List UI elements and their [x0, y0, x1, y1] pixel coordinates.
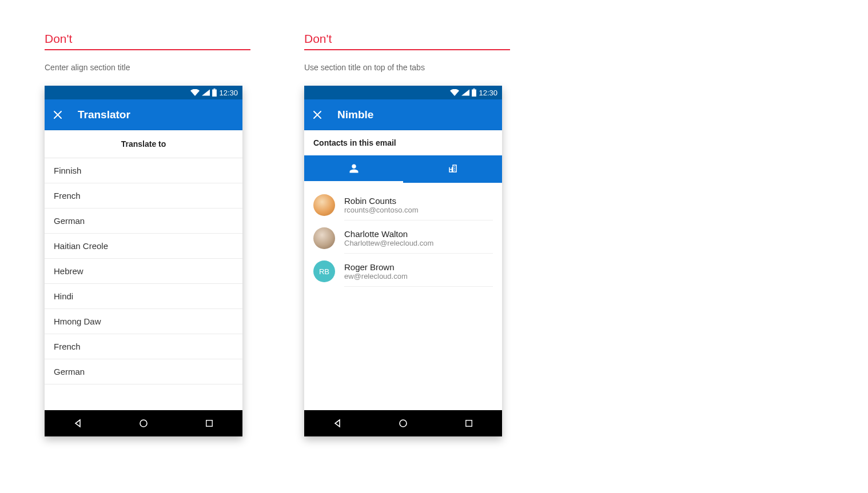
tab-people[interactable] [304, 155, 403, 183]
close-icon[interactable] [53, 110, 63, 120]
example-dont-centered: Don't Center align section title 12:30 T… [45, 32, 250, 436]
language-item[interactable]: Hindi [45, 284, 242, 309]
app-title: Translator [78, 109, 130, 121]
svg-rect-1 [213, 90, 217, 97]
svg-point-6 [400, 420, 407, 427]
nav-back-icon[interactable] [66, 412, 89, 435]
section-title: Translate to [45, 130, 242, 158]
app-bar: Nimble [304, 99, 502, 130]
contact-item[interactable]: RB Roger Brown ew@relecloud.com [304, 255, 502, 288]
signal-icon [461, 89, 469, 96]
contact-name: Robin Counts [344, 196, 493, 206]
android-nav-bar [304, 410, 502, 436]
avatar [313, 194, 335, 216]
guideline-caption: Center align section title [45, 63, 250, 72]
app-title: Nimble [337, 109, 373, 121]
app-bar: Translator [45, 99, 242, 130]
svg-rect-5 [472, 90, 477, 97]
status-bar: 12:30 [304, 86, 502, 99]
battery-icon [472, 89, 476, 97]
svg-rect-7 [466, 420, 472, 427]
status-bar: 12:30 [45, 86, 242, 99]
svg-rect-4 [473, 89, 475, 90]
tab-bar [304, 155, 502, 183]
language-item[interactable]: Finnish [45, 158, 242, 183]
phone-mock: 12:30 Nimble Contacts in this email [304, 86, 502, 436]
language-item[interactable]: German [45, 209, 242, 234]
language-item[interactable]: Hebrew [45, 259, 242, 284]
guideline-label: Don't [304, 32, 510, 50]
svg-rect-0 [214, 89, 216, 90]
language-item[interactable]: French [45, 334, 242, 359]
wifi-icon [190, 89, 200, 96]
example-dont-tabs: Don't Use section title on top of the ta… [304, 32, 510, 436]
svg-point-2 [140, 420, 147, 427]
nav-recent-icon[interactable] [198, 412, 221, 435]
contact-name: Charlotte Walton [344, 229, 493, 239]
contacts-list: Robin Counts rcounts@contoso.com Charlot… [304, 183, 502, 410]
avatar: RB [313, 260, 335, 282]
contact-email: Charlottew@relecloud.com [344, 239, 493, 247]
tab-org[interactable] [403, 155, 502, 183]
guideline-caption: Use section title on top of the tabs [304, 63, 510, 72]
contact-email: ew@relecloud.com [344, 272, 493, 280]
nav-home-icon[interactable] [392, 412, 415, 435]
status-time: 12:30 [479, 89, 497, 97]
contact-email: rcounts@contoso.com [344, 206, 493, 214]
guideline-label: Don't [45, 32, 250, 50]
nav-recent-icon[interactable] [457, 412, 480, 435]
svg-rect-3 [206, 420, 213, 427]
android-nav-bar [45, 410, 242, 436]
signal-icon [202, 89, 210, 96]
person-icon [349, 163, 359, 174]
status-time: 12:30 [219, 89, 238, 97]
content-area: Translate to Finnish French German Haiti… [45, 130, 242, 410]
content-area: Contacts in this email Robin [304, 130, 502, 410]
nav-back-icon[interactable] [326, 412, 349, 435]
language-item[interactable]: German [45, 359, 242, 384]
language-item[interactable]: Haitian Creole [45, 234, 242, 259]
close-icon[interactable] [312, 110, 322, 120]
avatar [313, 227, 335, 249]
building-icon [448, 163, 458, 174]
language-item[interactable]: French [45, 183, 242, 209]
section-title: Contacts in this email [304, 130, 502, 155]
battery-icon [212, 89, 217, 97]
contact-item[interactable]: Charlotte Walton Charlottew@relecloud.co… [304, 222, 502, 255]
contact-item[interactable]: Robin Counts rcounts@contoso.com [304, 189, 502, 222]
language-item[interactable]: Hmong Daw [45, 309, 242, 334]
nav-home-icon[interactable] [132, 412, 155, 435]
contact-name: Roger Brown [344, 262, 493, 272]
wifi-icon [450, 89, 459, 96]
phone-mock: 12:30 Translator Translate to Finnish Fr… [45, 86, 242, 436]
